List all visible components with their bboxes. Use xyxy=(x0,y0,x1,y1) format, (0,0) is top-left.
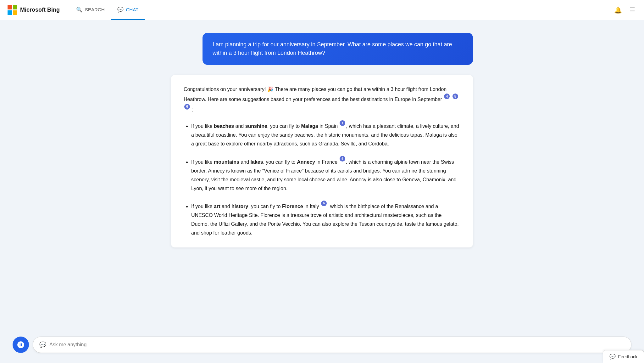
keyword-beaches: beaches xyxy=(214,123,234,129)
bing-icon xyxy=(17,341,25,349)
citation-6b[interactable]: 6 xyxy=(321,201,327,206)
svg-rect-2 xyxy=(8,10,12,15)
feedback-button[interactable]: 💬 Feedback xyxy=(603,350,644,363)
main-content: I am planning a trip for our anniversary… xyxy=(0,20,644,363)
menu-button[interactable]: ☰ xyxy=(628,5,636,15)
chat-input[interactable] xyxy=(49,342,625,348)
keyword-mountains: mountains xyxy=(214,159,239,165)
citation-6[interactable]: 6 xyxy=(184,104,190,110)
list-item: If you like art and history, you can fly… xyxy=(191,201,460,237)
citation-4[interactable]: 4 xyxy=(444,94,450,99)
citation-1[interactable]: 1 xyxy=(340,120,345,126)
keyword-history: history xyxy=(231,204,248,209)
nav-chat-label: CHAT xyxy=(126,7,139,12)
response-list: If you like beaches and sunshine, you ca… xyxy=(184,120,460,237)
input-bar: 💬 xyxy=(0,332,644,363)
ms-logo-icon xyxy=(8,5,18,15)
user-message-bubble: I am planning a trip for our anniversary… xyxy=(203,33,473,65)
nav-chat[interactable]: 💬 CHAT xyxy=(111,0,145,20)
user-message-text: I am planning a trip for our anniversary… xyxy=(213,41,452,56)
ai-intro-colon: : xyxy=(192,107,193,112)
header-right: 🔔 ☰ xyxy=(613,5,636,15)
chat-icon: 💬 xyxy=(117,7,124,13)
keyword-sunshine: sunshine xyxy=(245,123,267,129)
svg-rect-3 xyxy=(13,10,17,15)
bing-logo-text: Microsoft Bing xyxy=(20,7,60,13)
keyword-art: art xyxy=(214,204,220,209)
input-field-wrapper: 💬 xyxy=(33,337,631,353)
user-message-container: I am planning a trip for our anniversary… xyxy=(171,33,473,65)
ai-response-container: Congratulations on your anniversary! 🎉 T… xyxy=(171,75,473,247)
ai-intro-text: Congratulations on your anniversary! 🎉 T… xyxy=(184,85,460,114)
feedback-label: Feedback xyxy=(618,354,637,359)
destination-malaga: Malaga xyxy=(301,123,318,129)
citation-5[interactable]: 5 xyxy=(452,94,458,99)
destination-florence: Florence xyxy=(282,204,303,209)
ai-intro-body: Congratulations on your anniversary! 🎉 T… xyxy=(184,87,447,102)
notification-button[interactable]: 🔔 xyxy=(613,5,623,15)
header: Microsoft Bing 🔍 SEARCH 💬 CHAT 🔔 ☰ xyxy=(0,0,644,20)
svg-rect-0 xyxy=(8,5,12,9)
search-icon: 🔍 xyxy=(76,7,82,13)
nav-search-label: SEARCH xyxy=(85,7,105,12)
list-item: If you like mountains and lakes, you can… xyxy=(191,156,460,193)
nav-search[interactable]: 🔍 SEARCH xyxy=(70,0,111,20)
citation-4b[interactable]: 4 xyxy=(340,156,345,162)
bell-icon: 🔔 xyxy=(614,6,622,14)
main-nav: 🔍 SEARCH 💬 CHAT xyxy=(70,0,145,20)
keyword-lakes: lakes xyxy=(251,159,263,165)
message-icon: 💬 xyxy=(39,341,46,348)
list-item: If you like beaches and sunshine, you ca… xyxy=(191,120,460,148)
destination-annecy: Annecy xyxy=(297,159,315,165)
svg-rect-1 xyxy=(13,5,17,9)
feedback-icon: 💬 xyxy=(609,354,616,360)
hamburger-icon: ☰ xyxy=(630,6,635,14)
logo[interactable]: Microsoft Bing xyxy=(8,5,60,15)
bing-chat-icon-button[interactable] xyxy=(13,337,29,353)
